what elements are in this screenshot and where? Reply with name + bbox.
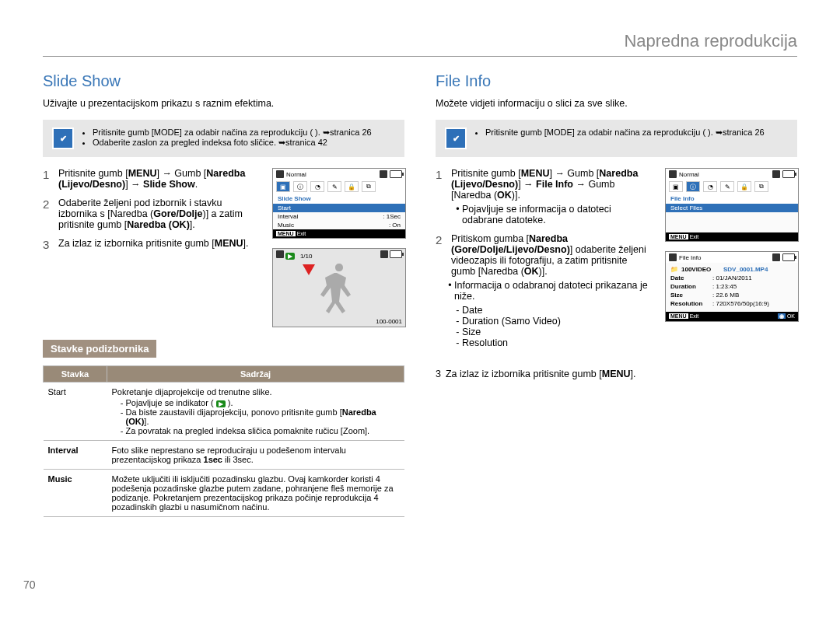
tab-icon[interactable]: ✎ [720, 181, 734, 192]
camera-fileinfo-menu-screen: Normal ▣ ⓘ ◔ ✎ 🔒 ⧉ File Info [665, 168, 799, 242]
cell-content: Foto slike neprestano se reproduciraju u… [107, 441, 404, 470]
left-screens: Normal ▣ ⓘ ◔ ✎ 🔒 ⧉ Slide Show [272, 168, 404, 327]
steps-text-left: 1 Pritisnite gumb [MENU] → Gumb [Naredba… [43, 168, 261, 327]
step-number: 3 [436, 369, 441, 379]
photo-mode-icon [276, 250, 284, 258]
menu-row-interval[interactable]: Interval : 1Sec [273, 212, 405, 221]
table-row: Start Pokretanje dijaprojekcije od trenu… [44, 383, 404, 441]
cam-bottom-bar: MENUExit [666, 232, 798, 241]
tab-icon[interactable]: ▣ [669, 181, 683, 192]
row-value: : 1:23:45 [712, 283, 737, 290]
file-info-intro: Možete vidjeti informaciju o slici za sv… [436, 98, 797, 109]
tab-icon[interactable]: ▣ [276, 181, 290, 192]
battery-icon [390, 170, 402, 178]
menu-row-start[interactable]: Start [273, 204, 405, 212]
tab-icon[interactable]: ⓘ [686, 181, 700, 192]
row-label: Size [670, 292, 709, 299]
page-header: Napredna reprodukcija [43, 31, 797, 57]
tab-icon[interactable]: ✎ [327, 181, 341, 192]
card-icon [380, 250, 388, 258]
step-1: 1 Pritisnite gumb [MENU] → Gumb [Naredba… [436, 168, 654, 225]
menu-row-label: Music [278, 222, 294, 229]
battery-icon [782, 170, 795, 178]
playback-photo: ▶ 1/10 100-0001 [273, 249, 405, 327]
marker-pin-icon [303, 264, 315, 275]
steps-right-1: 1 Pritisnite gumb [MENU] → Gumb [Naredba… [436, 168, 797, 356]
sub-heading-stavke: Stavke podizbornika [43, 340, 156, 358]
mode-label: Normal [286, 171, 306, 178]
step-number: 2 [436, 233, 446, 348]
cam-menu-title: File Info [666, 194, 798, 204]
cam-topbar: Normal [273, 169, 405, 180]
tab-icon[interactable]: 🔒 [737, 181, 751, 192]
slideshow-indicator-icon: ▶ [216, 400, 226, 407]
row-value: : 720X576/50p(16:9) [712, 300, 769, 307]
list-item: Za povratak na pregled indeksa sličica p… [126, 426, 400, 435]
menu-exit-label[interactable]: MENUExit [276, 231, 306, 236]
right-screens: Normal ▣ ⓘ ◔ ✎ 🔒 ⧉ File Info [665, 168, 797, 356]
step-body: Pritisnite gumb [MENU] → Gumb [Naredba (… [58, 168, 261, 190]
menu-row-select-files[interactable]: Select Files [666, 204, 798, 212]
step-1: 1 Pritisnite gumb [MENU] → Gumb [Naredba… [43, 168, 261, 190]
cam-bottom-bar: MENUExit [273, 229, 405, 238]
cam-menu-title: Slide Show [273, 194, 405, 204]
tab-icon[interactable]: ⧉ [754, 181, 768, 192]
cam-topbar: File Info [666, 252, 798, 263]
step-2: 2 Pritiskom gumba [Naredba (Gore/Dolje/L… [436, 233, 654, 348]
menu-row-music[interactable]: Music : On [273, 221, 405, 229]
row-value: : 01/JAN/2011 [712, 274, 752, 281]
two-columns: Slide Show Uživajte u prezentacijskom pr… [43, 72, 797, 517]
menu-row-value: : On [389, 222, 401, 229]
note-box-right: ✔ Pritisnite gumb [MODE] za odabir način… [436, 120, 797, 157]
cell-content: Pokretanje dijaprojekcije od trenutne sl… [107, 383, 404, 441]
card-icon [772, 170, 780, 178]
card-icon [380, 170, 387, 178]
file-name: SDV_0001.MP4 [723, 266, 768, 273]
file-name-label: 100-0001 [376, 318, 402, 325]
list-item: Pojavljuje se informacija o datoteci oda… [462, 204, 654, 225]
list-item: Informacija o odabranoj datoteci prikaza… [454, 280, 654, 302]
screen-title: File Info [679, 254, 701, 261]
battery-icon [782, 253, 795, 261]
slideshow-badge-icon: ▶ [285, 253, 295, 260]
note-list-right: Pritisnite gumb [MODE] za odabir načina … [474, 128, 765, 138]
steps-text-right: 1 Pritisnite gumb [MENU] → Gumb [Naredba… [436, 168, 654, 356]
step-body: Pritisnite gumb [MENU] → Gumb [Naredba (… [451, 168, 654, 225]
photo-mode-icon [276, 170, 284, 178]
menu-row-label: Start [278, 204, 291, 211]
card-icon [772, 253, 780, 261]
folder-name: 100VIDEO [681, 266, 720, 273]
camera-fileinfo-detail-screen: File Info 📁 100VIDEO SDV_0001.MP4 Date: … [665, 251, 799, 322]
menu-exit-label[interactable]: MENUExit [669, 313, 698, 320]
cam-bottom-bar: MENUExit ◉OK [666, 312, 798, 321]
menu-row-label: Select Files [670, 204, 702, 211]
check-icon: ✔ [445, 128, 467, 149]
list-item: Da biste zaustavili dijaprojekciju, pono… [126, 407, 400, 426]
cell-key: Start [44, 383, 107, 441]
camera-menu-screen: Normal ▣ ⓘ ◔ ✎ 🔒 ⧉ Slide Show [272, 168, 406, 239]
file-info-body: 📁 100VIDEO SDV_0001.MP4 Date: 01/JAN/201… [666, 263, 798, 312]
tab-icon[interactable]: 🔒 [345, 181, 359, 192]
step-body: Pritiskom gumba [Naredba (Gore/Dolje/Lij… [451, 233, 654, 348]
check-icon: ✔ [52, 128, 74, 149]
ok-label[interactable]: ◉OK [778, 313, 795, 320]
mode-label: Normal [679, 171, 699, 178]
slide-show-title: Slide Show [43, 72, 404, 90]
cam-topbar: Normal [666, 169, 798, 180]
note-item: Pritisnite gumb [MODE] za odabir načina … [485, 128, 765, 138]
note-box-left: ✔ Pritisnite gumb [MODE] za odabir način… [43, 120, 404, 157]
tab-icon[interactable]: ◔ [310, 181, 324, 192]
photo-counter: 1/10 [300, 253, 313, 260]
menu-row-value: : 1Sec [383, 213, 401, 220]
tab-icon[interactable]: ⓘ [293, 181, 307, 192]
note-list-left: Pritisnite gumb [MODE] za odabir načina … [82, 128, 372, 148]
menu-exit-label[interactable]: MENUExit [669, 234, 698, 239]
cam-icon-row: ▣ ⓘ ◔ ✎ 🔒 ⧉ [273, 180, 405, 194]
page-number: 70 [23, 578, 36, 591]
list-item: Pojavljuje se indikator ( ▶ ). [126, 398, 400, 407]
tab-icon[interactable]: ◔ [703, 181, 717, 192]
tab-icon[interactable]: ⧉ [362, 181, 376, 192]
menu-row-label: Interval [278, 213, 298, 220]
camera-playback-screen: ▶ 1/10 100-0001 [272, 248, 406, 327]
right-column: File Info Možete vidjeti informaciju o s… [436, 72, 797, 517]
